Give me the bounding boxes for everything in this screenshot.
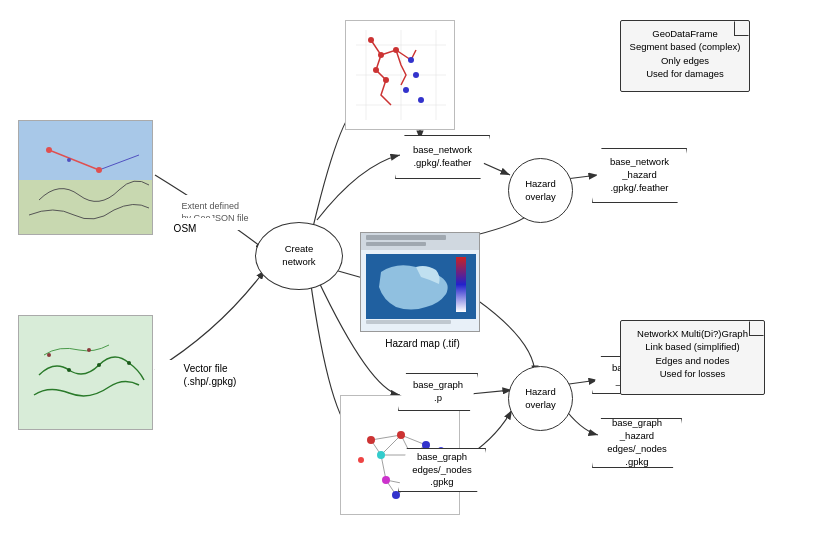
svg-point-52 <box>397 431 405 439</box>
svg-point-57 <box>377 451 385 459</box>
osm-map-thumbnail <box>18 120 153 235</box>
svg-point-23 <box>403 87 409 93</box>
base-network-hazard-node: base_network_hazard.gpkg/.feather <box>592 148 687 203</box>
base-graph-edges-node: base_graphedges/_nodes.gpkg <box>398 448 486 492</box>
svg-point-24 <box>418 97 424 103</box>
svg-point-13 <box>87 348 91 352</box>
svg-rect-8 <box>19 315 152 430</box>
workflow-diagram: Extent definedby GeoJSON file OSM Vector… <box>0 0 813 556</box>
svg-point-7 <box>67 158 71 162</box>
svg-point-59 <box>367 436 375 444</box>
svg-point-60 <box>392 491 400 499</box>
svg-point-26 <box>378 52 384 58</box>
svg-point-22 <box>413 72 419 78</box>
svg-point-29 <box>383 77 389 83</box>
svg-rect-31 <box>361 232 479 250</box>
geodataframe-doc: GeoDataFrameSegment based (complex)Only … <box>620 20 750 92</box>
svg-point-21 <box>408 57 414 63</box>
svg-rect-2 <box>19 180 152 235</box>
hazard-map-label: Hazard map (.tif) <box>365 334 480 352</box>
vector-map-thumbnail <box>18 315 153 430</box>
svg-point-5 <box>46 147 52 153</box>
hazard-overlay-top: Hazardoverlay <box>508 158 573 223</box>
svg-rect-36 <box>366 320 451 324</box>
base-graph-p-node: base_graph.p <box>398 373 478 411</box>
svg-point-53 <box>422 441 430 449</box>
svg-rect-33 <box>366 242 426 246</box>
create-network-node: Createnetwork <box>255 222 343 290</box>
vector-label: Vector file(.shp/.gpkg) <box>155 360 265 390</box>
svg-point-25 <box>368 37 374 43</box>
svg-point-56 <box>382 476 390 484</box>
base-graph-hazard-edges-node: base_graph_hazardedges/_nodes.gpkg <box>592 418 682 468</box>
base-network-file-node: base_network.gpkg/.feather <box>395 135 490 179</box>
base-network-image <box>345 20 455 130</box>
hazard-overlay-bottom: Hazardoverlay <box>508 366 573 431</box>
svg-point-11 <box>127 361 131 365</box>
svg-point-61 <box>358 457 364 463</box>
svg-point-27 <box>393 47 399 53</box>
svg-point-10 <box>97 363 101 367</box>
svg-point-6 <box>96 167 102 173</box>
svg-point-28 <box>373 67 379 73</box>
svg-point-12 <box>47 353 51 357</box>
osm-text: OSM <box>155 218 215 238</box>
svg-rect-32 <box>366 235 446 240</box>
hazard-map-thumbnail <box>360 232 480 332</box>
svg-rect-35 <box>456 257 466 312</box>
networkx-doc: NetworkX Multi(Di?)GraphLink based (simp… <box>620 320 765 395</box>
svg-point-9 <box>67 368 71 372</box>
